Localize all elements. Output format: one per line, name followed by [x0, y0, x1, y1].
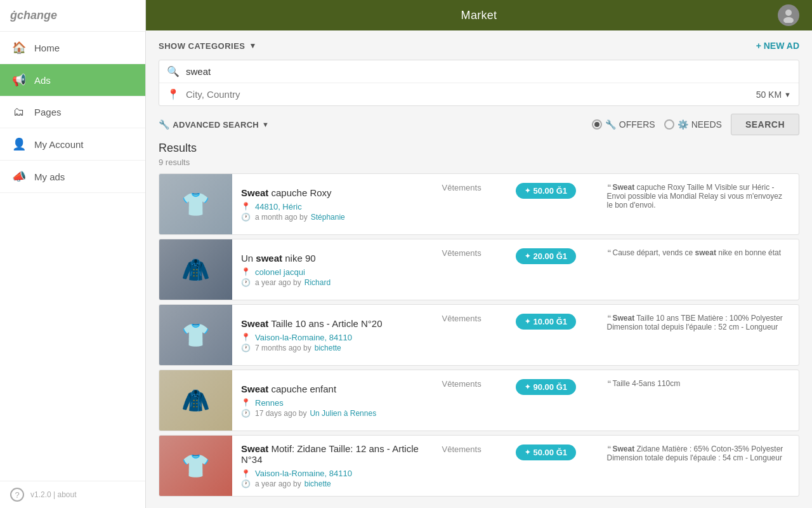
sidebar-item-label: Pages	[34, 107, 62, 117]
result-body: Sweat Taille 10 ans - Article N°20 📍 Vai…	[232, 305, 433, 365]
price-badge: 50.00 Ğ1	[516, 183, 577, 199]
result-title: Sweat capuche enfant	[241, 384, 424, 394]
result-time: 7 months ago by	[255, 344, 311, 352]
pin-icon: 📍	[241, 469, 251, 478]
result-item[interactable]: 🧥 Un sweat nike 90 📍 colonel jacqui 🕐 a …	[159, 239, 799, 300]
sidebar-item-my-account[interactable]: 👤 My Account	[0, 128, 145, 161]
sidebar: ġchange 🏠 Home 📢 Ads 🗂 Pages 👤 My Accoun…	[0, 0, 146, 508]
result-location[interactable]: Vaison-la-Romaine, 84110	[255, 469, 352, 478]
search-box: 🔍 📍 50 KM ▼	[159, 60, 799, 106]
result-location[interactable]: Vaison-la-Romaine, 84110	[255, 333, 352, 342]
advanced-search-label: ADVANCED SEARCH	[173, 120, 259, 130]
sidebar-item-ads[interactable]: 📢 Ads	[0, 64, 145, 97]
main-panel: Market SHOW CATEGORIES ▼ + NEW AD 🔍	[146, 0, 812, 508]
distance-control[interactable]: 50 KM ▼	[756, 90, 791, 100]
result-location-row: 📍 Vaison-la-Romaine, 84110	[241, 333, 424, 342]
needs-radio[interactable]	[664, 119, 674, 130]
result-price-col: 20.00 Ğ1	[509, 239, 598, 300]
result-price-col: 50.00 Ğ1	[509, 174, 598, 234]
sidebar-item-label: Ads	[34, 75, 51, 86]
result-body: Sweat capuche Roxy 📍 44810, Héric 🕐 a mo…	[232, 174, 433, 234]
result-time-row: 🕐 a month ago by Stéphanie	[241, 213, 424, 222]
page-title: Market	[461, 9, 497, 22]
offers-text: OFFERS	[619, 119, 655, 130]
result-location-row: 📍 44810, Héric	[241, 202, 424, 211]
result-location[interactable]: Rennes	[255, 398, 284, 408]
result-author[interactable]: Un Julien à Rennes	[310, 409, 376, 418]
offers-label: 🔧	[605, 119, 616, 130]
my-ads-icon: 📣	[11, 170, 27, 184]
result-item[interactable]: 🧥 Sweat capuche enfant 📍 Rennes 🕐 17 day…	[159, 370, 799, 431]
help-button[interactable]: ?	[10, 488, 24, 502]
result-thumbnail: 🧥	[159, 239, 232, 300]
search-button[interactable]: SEARCH	[731, 114, 799, 135]
result-time: a year ago by	[255, 278, 301, 287]
result-location[interactable]: 44810, Héric	[255, 202, 302, 211]
search-btn-label: SEARCH	[745, 119, 785, 130]
chevron-down-icon: ▼	[784, 91, 791, 98]
result-author[interactable]: bichette	[304, 479, 331, 488]
search-query-row: 🔍	[159, 60, 799, 83]
topbar: Market	[146, 0, 812, 30]
location-icon: 📍	[167, 88, 180, 100]
result-price-col: 50.00 Ğ1	[509, 436, 598, 496]
search-icon: 🔍	[167, 65, 180, 77]
result-item[interactable]: 👕 Sweat capuche Roxy 📍 44810, Héric 🕐 a …	[159, 173, 799, 235]
result-thumbnail: 👕	[159, 174, 232, 234]
offers-radio[interactable]	[592, 119, 602, 130]
show-categories-button[interactable]: SHOW CATEGORIES ▼	[159, 41, 257, 51]
clock-icon: 🕐	[241, 213, 251, 222]
result-item[interactable]: 👕 Sweat Taille 10 ans - Article N°20 📍 V…	[159, 304, 799, 366]
result-thumbnail: 👕	[159, 436, 232, 496]
ads-icon: 📢	[11, 73, 27, 87]
new-ad-button[interactable]: + NEW AD	[756, 41, 799, 51]
offers-filter[interactable]: 🔧 OFFERS	[592, 119, 655, 130]
user-avatar[interactable]	[778, 4, 799, 26]
result-time-row: 🕐 a year ago by bichette	[241, 479, 424, 488]
pin-icon: 📍	[241, 267, 251, 276]
home-icon: 🏠	[11, 41, 27, 55]
result-title: Sweat Motif: Zidane Taille: 12 ans - Art…	[241, 443, 424, 465]
needs-icon: ⚙️	[678, 119, 688, 130]
sidebar-item-label: My Account	[34, 139, 84, 150]
result-location[interactable]: colonel jacqui	[255, 267, 305, 277]
result-item[interactable]: 👕 Sweat Motif: Zidane Taille: 12 ans - A…	[159, 435, 799, 497]
result-category: Vêtements	[433, 174, 509, 234]
result-snippet: Taille 4-5ans 110cm	[598, 370, 799, 431]
show-categories-label: SHOW CATEGORIES	[159, 41, 246, 51]
needs-filter[interactable]: ⚙️ NEEDS	[664, 119, 722, 130]
price-badge: 20.00 Ğ1	[516, 248, 577, 264]
sidebar-item-pages[interactable]: 🗂 Pages	[0, 97, 145, 128]
result-author[interactable]: bichette	[315, 344, 341, 352]
clock-icon: 🕐	[241, 409, 251, 418]
result-author[interactable]: Stéphanie	[311, 213, 345, 222]
thumbnail-image: 🧥	[159, 370, 232, 431]
pin-icon: 📍	[241, 202, 251, 211]
result-price-col: 10.00 Ğ1	[509, 305, 598, 365]
result-location-row: 📍 colonel jacqui	[241, 267, 424, 277]
result-thumbnail: 🧥	[159, 370, 232, 431]
result-category: Vêtements	[433, 239, 509, 300]
search-location-row: 📍 50 KM ▼	[159, 83, 799, 105]
search-input[interactable]	[186, 66, 791, 77]
sidebar-item-home[interactable]: 🏠 Home	[0, 32, 145, 64]
filter-row: 🔧 ADVANCED SEARCH ▼ 🔧 OFFERS ⚙️ NEEDS SE…	[159, 114, 799, 135]
result-title: Sweat Taille 10 ans - Article N°20	[241, 318, 424, 329]
sidebar-footer: ? v1.2.0 | about	[0, 481, 145, 508]
sidebar-item-label: Home	[34, 43, 60, 53]
chevron-down-icon: ▼	[262, 121, 269, 128]
svg-point-0	[785, 10, 792, 16]
price-badge: 90.00 Ğ1	[516, 379, 577, 395]
filter-icon: 🔧	[159, 119, 169, 130]
pages-icon: 🗂	[11, 105, 27, 119]
result-time-row: 🕐 17 days ago by Un Julien à Rennes	[241, 409, 424, 418]
result-body: Un sweat nike 90 📍 colonel jacqui 🕐 a ye…	[232, 239, 433, 300]
result-thumbnail: 👕	[159, 305, 232, 365]
result-time: a year ago by	[255, 479, 301, 488]
filter-options: 🔧 OFFERS ⚙️ NEEDS SEARCH	[592, 114, 799, 135]
sidebar-nav: 🏠 Home 📢 Ads 🗂 Pages 👤 My Account 📣 My a…	[0, 32, 145, 481]
advanced-search-button[interactable]: 🔧 ADVANCED SEARCH ▼	[159, 119, 269, 130]
location-input[interactable]	[186, 89, 756, 100]
result-author[interactable]: Richard	[304, 278, 331, 287]
sidebar-item-my-ads[interactable]: 📣 My ads	[0, 161, 145, 193]
